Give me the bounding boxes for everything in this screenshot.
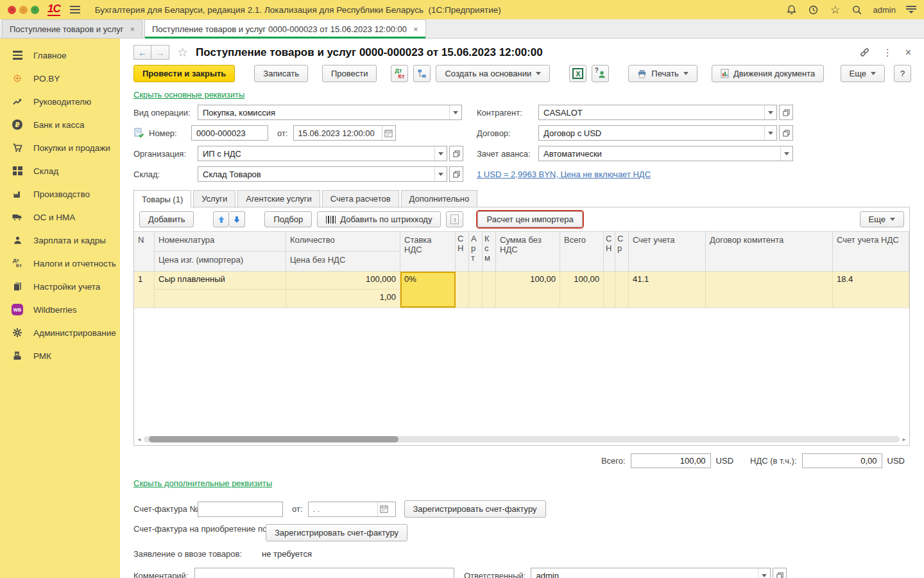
add-by-barcode-button[interactable]: Добавить по штрихкоду [317,211,441,227]
document-number-icon[interactable] [133,128,144,138]
chevron-down-icon[interactable] [434,167,447,181]
operation-type-combobox[interactable]: Покупка, комиссия [198,105,462,120]
document-movements-button[interactable]: Движения документа [712,65,824,82]
sidebar-item-sklad[interactable]: Склад [0,159,120,182]
window-close-button[interactable]: × [8,6,16,14]
comment-input[interactable] [194,568,454,578]
open-counterparty-icon[interactable] [779,105,793,120]
nav-back-button[interactable]: ← [133,45,151,60]
counterparty-combobox[interactable]: CASALOT [538,105,777,120]
save-button[interactable]: Записать [254,65,308,82]
sidebar-item-poby[interactable]: PO.BY [0,67,120,90]
chevron-down-icon[interactable] [434,146,447,161]
cell-narrow-1[interactable] [456,272,469,308]
more-actions-icon[interactable]: ⋮ [883,47,893,58]
cell-sum-no-vat[interactable]: 100,00 [496,272,560,308]
scrollbar-thumb[interactable] [149,436,398,442]
close-form-icon[interactable]: × [905,47,911,58]
current-user[interactable]: admin [873,5,896,15]
open-warehouse-icon[interactable] [449,166,463,182]
col-narrow-1[interactable]: С Н [456,232,469,272]
invoice-number-input[interactable] [198,502,283,517]
cell-nomenclature[interactable]: Сыр плавленный [155,272,286,290]
open-organization-icon[interactable] [449,146,463,161]
col-narrow-5[interactable]: С р [615,232,629,272]
main-menu-icon[interactable] [70,6,80,13]
search-icon[interactable] [851,4,863,15]
sidebar-item-nastroyki-ucheta[interactable]: Настройки учета [0,275,120,298]
scroll-left-icon[interactable]: ◂ [136,436,142,442]
window-maximize-button[interactable]: + [31,6,39,14]
cell-narrow-3[interactable] [483,272,496,308]
invoice-date-input[interactable] [313,504,377,514]
favorites-star-icon[interactable]: ☆ [830,4,841,15]
col-vat-account[interactable]: Счет учета НДС [833,232,909,272]
date-field[interactable]: 15.06.2023 12:00:00 [293,125,396,141]
chevron-down-icon[interactable] [758,568,770,578]
post-and-close-button[interactable]: Провести и закрыть [133,65,235,82]
col-committent-contract[interactable]: Договор комитента [706,232,833,272]
cell-price-no-vat[interactable]: 1,00 [286,290,400,308]
tab-scheta-raschetov[interactable]: Счета расчетов [322,190,399,207]
col-price-no-vat[interactable]: Цена без НДС [286,252,400,272]
col-vat-rate[interactable]: Ставка НДС [400,232,456,272]
cell-total[interactable]: 100,00 [560,272,604,308]
cell-price-importer[interactable] [155,290,286,308]
tab-uslugi[interactable]: Услуги [193,190,235,207]
get-link-icon[interactable] [859,47,870,58]
notifications-bell-icon[interactable] [786,4,798,15]
cell-n[interactable]: 1 [134,272,155,308]
scroll-right-icon[interactable]: ▸ [901,436,907,442]
tab-dopolnitelno[interactable]: Дополнительно [401,190,478,207]
sidebar-item-zarplata-kadry[interactable]: Зарплата и кадры [0,229,120,252]
col-n[interactable]: N [134,232,155,272]
sidebar-item-bank-i-kassa[interactable]: ₽ Банк и касса [0,113,120,136]
sidebar-item-pokupki-prodazhi[interactable]: Покупки и продажи [0,136,120,159]
print-button[interactable]: Печать [628,65,697,82]
col-account[interactable]: Счет учета [629,232,706,272]
create-based-on-button[interactable]: Создать на основании [436,65,550,82]
close-tab-icon[interactable]: × [413,24,418,34]
warehouse-combobox[interactable]: Склад Товаров [198,166,447,182]
structure-subordination-button[interactable] [413,65,431,82]
cell-vat-rate-selected[interactable]: 0% [400,272,456,308]
add-row-button[interactable]: Добавить [139,211,194,227]
total-amount-field[interactable]: 100,00 [631,453,711,468]
scrollbar-track[interactable] [144,436,900,442]
cell-quantity[interactable]: 100,000 [286,272,400,290]
col-price-importer[interactable]: Цена изг. (импортера) [155,252,286,272]
open-responsible-icon[interactable] [773,568,787,578]
open-contract-icon[interactable] [779,125,793,141]
more-button[interactable]: Еще [841,65,885,82]
col-nomenclature[interactable]: Номенклатура [155,232,286,252]
assistant-button[interactable]: ? [592,65,609,82]
col-total[interactable]: Всего [560,232,604,272]
cell-account[interactable]: 41.1 [629,272,706,308]
number-field[interactable]: 0000-000023 [191,125,268,141]
move-row-up-button[interactable] [213,211,229,227]
sidebar-item-rukovoditelyu[interactable]: Руководителю [0,90,120,113]
contract-combobox[interactable]: Договор с USD [538,125,777,141]
sidebar-item-proizvodstvo[interactable]: Производство [0,182,120,206]
register-invoice-purchase-button[interactable]: Зарегистрировать счет-фактуру [266,524,407,541]
tab-tovary[interactable]: Товары (1) [133,190,191,207]
calendar-icon[interactable] [382,126,395,140]
register-invoice-button[interactable]: Зарегистрировать счет-фактуру [404,500,546,518]
window-tab-document[interactable]: Поступление товаров и услуг 0000-000023 … [144,19,426,38]
cell-narrow-5[interactable] [615,272,629,308]
vat-amount-field[interactable]: 0,00 [802,453,882,468]
excel-export-button[interactable]: X [569,65,586,82]
organization-combobox[interactable]: ИП с НДС [198,146,447,161]
help-button[interactable]: ? [894,65,911,82]
sidebar-item-administrirovanie[interactable]: Администрирование [0,321,120,344]
hide-additional-requisites-link[interactable]: Скрыть дополнительные реквизиты [133,478,272,488]
col-narrow-2[interactable]: А р т [469,232,483,272]
nav-forward-button[interactable]: → [151,45,169,60]
history-icon[interactable] [808,4,819,15]
service-menu-icon[interactable] [906,6,916,13]
chevron-down-icon[interactable] [764,126,776,140]
invoice-date-field[interactable] [308,502,396,517]
responsible-combobox[interactable]: admin [531,568,771,578]
currency-price-link[interactable]: 1 USD = 2,9963 BYN, Цена не включает НДС [477,170,651,179]
window-minimize-button[interactable]: − [19,6,28,14]
